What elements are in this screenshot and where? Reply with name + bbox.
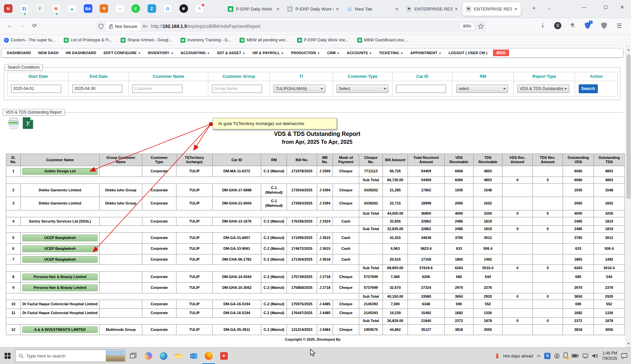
nav-item-dashboard[interactable]: DASHBOARD (3, 51, 35, 55)
customer-group-input[interactable] (212, 85, 262, 93)
scroll-up-icon[interactable]: ▲ (626, 48, 631, 51)
prothom-alo-icon[interactable]: অ (100, 4, 108, 13)
start-button[interactable] (0, 353, 15, 359)
nav-item-production[interactable]: PRODUCTION▼ (287, 51, 323, 55)
reload-button[interactable]: ⟳ (32, 22, 37, 29)
bookmark-sharar-ahmed-googl[interactable]: ▦Sharar Ahmed - Googl... (121, 38, 172, 43)
browser-tab-2[interactable]: ▤P-ERP Daily Work she✕ (284, 2, 342, 16)
nav-item-inventory[interactable]: INVENTORY▼ (144, 51, 177, 55)
car-id-input[interactable] (396, 85, 446, 93)
window-maximize-button[interactable] (601, 5, 611, 10)
red-app-icon[interactable]: ❖ (216, 348, 231, 364)
tab-close-icon[interactable]: ✕ (336, 7, 339, 11)
excel-export-icon[interactable]: X (22, 117, 34, 131)
bookmark-p-erp-daily-work-she[interactable]: ▦P-ERP Daily Work she... (297, 38, 349, 43)
address-bar[interactable]: Not Secure http://192.168.1.5/erp/erp/cs… (96, 21, 486, 32)
end-date-input[interactable] (72, 85, 122, 93)
key-permission-icon[interactable] (143, 25, 148, 28)
browser-tab-4[interactable]: ⚑ENTERPRISE RESO✕ (403, 2, 461, 16)
tracking-shield-icon[interactable] (99, 24, 104, 29)
calendar-icon[interactable]: 31 (20, 4, 29, 13)
customer-name-input[interactable] (132, 85, 182, 93)
customer-type-select[interactable]: Select (337, 85, 388, 93)
nav-item-sst-asset[interactable]: SST & ASSET▼ (213, 51, 249, 55)
nav-item-ticketing[interactable]: TICKETING▼ (375, 51, 407, 55)
tray-expand-chevron-icon[interactable] (537, 354, 541, 357)
notification-center-icon[interactable] (621, 353, 628, 359)
profile-s-icon[interactable]: S (554, 22, 561, 29)
bookmark-inventory-tracking-g[interactable]: ▦Inventory Tracking - G... (180, 38, 231, 43)
nav-item-logout-user-cm[interactable]: LOGOUT ( USER CM ) (445, 51, 491, 55)
tab-close-icon[interactable]: ✕ (455, 7, 458, 11)
bookmark-list-of-prototype-fl[interactable]: ▦List of Prototype & Fl... (64, 38, 112, 43)
s-tray-icon[interactable]: S (544, 353, 550, 359)
nav-item-msg[interactable]: MSG (493, 50, 509, 56)
back-button[interactable]: ← (7, 22, 13, 29)
edge-app-icon[interactable] (156, 348, 171, 364)
clickup-icon[interactable]: ^ (195, 4, 204, 13)
bookmark-mbw-dashboard-xlsx[interactable]: ▦MBW DashBoard.xlsx ... (357, 38, 409, 43)
nav-item-accounting[interactable]: ACCOUNTING▼ (177, 51, 214, 55)
print-icon[interactable] (7, 118, 20, 131)
ti-select[interactable]: TULIP(SALMAN) (273, 85, 325, 93)
bookmark-coolors-the-super-fa[interactable]: CCoolors - The super fa... (4, 38, 55, 43)
openai-icon[interactable]: ✾ (179, 4, 188, 13)
nav-item-appointment[interactable]: APPOINTMENT▼ (407, 51, 445, 55)
nav-item-hr-dashboard[interactable]: HR DASHBOARD (62, 51, 100, 55)
outlook-app-icon[interactable] (186, 348, 201, 364)
drive-icon[interactable]: ▲ (68, 4, 76, 13)
arc-icon[interactable]: ∩ (116, 4, 124, 13)
nav-item-hr-payroll[interactable]: HR & PAYROLL▼ (249, 51, 287, 55)
volume-icon[interactable] (592, 353, 598, 358)
new-tab-button[interactable]: + (532, 5, 536, 11)
tab-close-icon[interactable]: ✕ (514, 7, 518, 11)
report-type-select[interactable]: VDS & TDS Outstanding (517, 85, 569, 93)
nav-item-crm[interactable]: CRM▼ (324, 51, 343, 55)
gmail-icon[interactable]: M (52, 4, 60, 13)
task-view-button[interactable] (126, 348, 141, 364)
notion-icon[interactable]: N (4, 4, 12, 13)
vpn-shield-icon[interactable]: 1 (584, 22, 591, 31)
taskbar-clock[interactable]: 1:46 PM 7/9/2025 (602, 351, 617, 361)
browser-tab-1[interactable]: ▦P-ERP Daily Work✕ (224, 2, 283, 16)
copilot-app-icon[interactable] (141, 348, 156, 364)
person-tray-icon[interactable] (554, 353, 560, 359)
extension-icon[interactable]: ⚗ (570, 22, 574, 29)
taskbar-search-box[interactable]: Type here to search (15, 350, 126, 362)
nav-item-soft-configure[interactable]: SOFT CONFIGURE▼ (100, 51, 144, 55)
zoho-icon[interactable]: Z (148, 4, 156, 13)
not-secure-chip[interactable]: Not Secure (106, 22, 140, 31)
weather-text[interactable]: Hot days ahead (503, 353, 533, 358)
behance-icon[interactable]: Bē (84, 4, 92, 13)
device-tray-icon[interactable] (563, 352, 568, 359)
tab-close-icon[interactable]: ✕ (395, 7, 399, 11)
menu-hamburger-icon[interactable]: ☰ (617, 22, 622, 30)
scroll-down-icon[interactable]: ▼ (626, 342, 631, 345)
rm-select[interactable]: select (456, 85, 508, 93)
nav-item-new-dash[interactable]: NEW DASH (35, 51, 62, 55)
nav-item-accounts[interactable]: ACCOUNTS▼ (343, 51, 375, 55)
bookmark-star-icon[interactable] (478, 23, 484, 29)
google-icon[interactable]: G (163, 4, 172, 13)
network-icon[interactable] (582, 353, 588, 358)
scrollbar-thumb[interactable] (626, 54, 631, 199)
search-button[interactable]: Search (579, 84, 598, 93)
zoom-level-badge[interactable]: 80% (460, 23, 474, 30)
bookmark-mbw-all-pending-wor[interactable]: ▦MBW all pending wor... (240, 38, 289, 43)
browser-tab-3[interactable]: ⌂New Tab✕ (343, 2, 402, 16)
start-date-input[interactable] (11, 85, 61, 93)
window-minimize-button[interactable]: — (579, 5, 589, 10)
file-explorer-app-icon[interactable] (171, 348, 186, 364)
window-close-button[interactable]: ✕ (617, 5, 627, 10)
page-scrollbar[interactable]: ▲ ▼ (625, 46, 631, 347)
tab-close-icon[interactable]: ✕ (276, 7, 280, 11)
adblock-shield-icon[interactable] (601, 22, 607, 31)
browser-tab-5[interactable]: ⚑ENTERPRISE RESO✕ (462, 2, 521, 16)
downloads-icon[interactable]: ⭳ (540, 22, 546, 28)
whatsapp-icon[interactable]: ✆ (131, 4, 140, 13)
flux-icon[interactable]: F (36, 4, 44, 13)
search-highlight-photo[interactable] (106, 350, 125, 361)
forward-button[interactable]: → (20, 22, 25, 29)
list-tabs-chevron-icon[interactable]: ⌄ (548, 6, 551, 10)
firefox-app-icon[interactable] (201, 348, 216, 364)
